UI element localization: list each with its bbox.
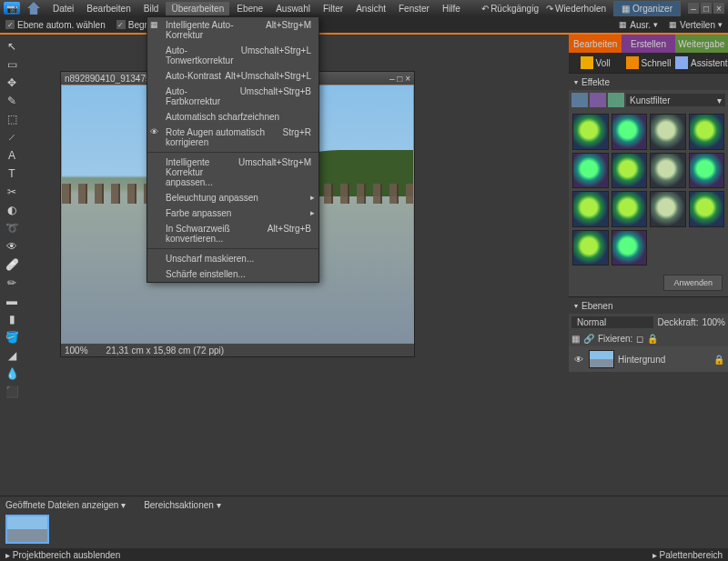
- layers-panel-header[interactable]: Ebenen: [569, 297, 728, 314]
- lock-icon[interactable]: ▦: [571, 334, 580, 344]
- tool-10[interactable]: ➰: [4, 220, 20, 236]
- show-open-files[interactable]: Geöffnete Dateien anzeigen ▾: [5, 500, 126, 510]
- menu-item[interactable]: Schärfe einstellen...: [147, 266, 318, 282]
- menu-item[interactable]: Intelligente Auto-KorrekturAlt+Strg+M▦: [147, 17, 318, 43]
- menu-bild[interactable]: Bild: [138, 2, 165, 15]
- effect-thumb[interactable]: [572, 191, 609, 227]
- fx-category-2[interactable]: [590, 93, 606, 107]
- effect-thumb[interactable]: [650, 191, 686, 227]
- redo-button[interactable]: ↷Wiederholen: [546, 4, 606, 14]
- menu-bearbeiten[interactable]: Bearbeiten: [81, 2, 136, 15]
- menu-item[interactable]: Beleuchtung anpassen: [147, 190, 318, 205]
- tool-16[interactable]: 🪣: [4, 329, 20, 346]
- home-icon[interactable]: [27, 2, 40, 15]
- menu-item[interactable]: Unscharf maskieren...: [147, 251, 318, 266]
- mode-schnell[interactable]: Schnell: [622, 53, 674, 73]
- minimize-button[interactable]: –: [688, 3, 699, 14]
- project-thumbnail[interactable]: [5, 515, 49, 544]
- tab-weitergabe[interactable]: Weitergabe: [675, 35, 728, 53]
- tool-4[interactable]: ⬚: [4, 111, 20, 127]
- tool-19[interactable]: ⬛: [4, 384, 20, 400]
- palette-bin[interactable]: ▸ Palettenbereich: [652, 550, 723, 560]
- menu-item[interactable]: Intelligente Korrektur anpassen...Umscha…: [147, 155, 318, 190]
- undo-button[interactable]: ↶Rückgängig: [481, 4, 539, 14]
- lock-icon: 🔒: [713, 355, 724, 365]
- visibility-toggle[interactable]: 👁: [572, 353, 585, 366]
- document-dimensions: 21,31 cm x 15,98 cm (72 ppi): [106, 346, 225, 356]
- tool-0[interactable]: ↖: [4, 38, 20, 55]
- menu-filter[interactable]: Filter: [318, 2, 349, 15]
- effect-thumb[interactable]: [612, 153, 648, 189]
- bin-actions[interactable]: Bereichsaktionen ▾: [144, 500, 221, 510]
- menu-item[interactable]: Auto-KontrastAlt+Umschalt+Strg+L: [147, 68, 318, 84]
- menu-item[interactable]: Auto-FarbkorrekturUmschalt+Strg+B: [147, 84, 318, 109]
- effect-thumb[interactable]: [612, 114, 648, 150]
- align-dropdown[interactable]: ▦ Ausr. ▾: [619, 20, 658, 30]
- mode-assistent[interactable]: Assistent: [675, 53, 728, 73]
- effect-thumb[interactable]: [689, 191, 725, 227]
- tool-1[interactable]: ▭: [4, 56, 20, 73]
- effects-panel-header[interactable]: Effekte: [569, 74, 728, 90]
- close-button[interactable]: ×: [713, 3, 724, 14]
- menu-item[interactable]: Rote Augen automatisch korrigierenStrg+R…: [147, 125, 318, 150]
- tool-6[interactable]: A: [4, 147, 20, 164]
- menu-ansicht[interactable]: Ansicht: [350, 2, 391, 15]
- menu-item[interactable]: Farbe anpassen: [147, 205, 318, 221]
- maximize-button[interactable]: □: [701, 3, 712, 14]
- menu-datei[interactable]: Datei: [47, 2, 79, 15]
- tab-erstellen[interactable]: Erstellen: [622, 35, 674, 53]
- effect-thumb[interactable]: [650, 153, 686, 189]
- menu-fenster[interactable]: Fenster: [393, 2, 435, 15]
- tool-9[interactable]: ◐: [4, 202, 20, 218]
- fx-category-1[interactable]: [571, 93, 588, 107]
- tool-15[interactable]: ▮: [4, 311, 20, 327]
- menu-item[interactable]: Automatisch scharfzeichnen: [147, 109, 318, 125]
- tool-17[interactable]: ◢: [4, 347, 20, 364]
- layer-name[interactable]: Hintergrund: [618, 355, 665, 365]
- doc-maximize-button[interactable]: □: [397, 74, 402, 84]
- menu-hilfe[interactable]: Hilfe: [437, 2, 466, 15]
- auto-select-layer-checkbox[interactable]: ✓Ebene autom. wählen: [5, 20, 106, 30]
- organizer-button[interactable]: ▦Organizer: [613, 1, 681, 16]
- undo-icon: ↶: [481, 4, 489, 14]
- effect-thumb[interactable]: [689, 114, 725, 150]
- effect-thumb[interactable]: [612, 191, 648, 227]
- tool-3[interactable]: ✎: [4, 93, 20, 109]
- layer-row-background[interactable]: 👁 Hintergrund 🔒: [569, 346, 728, 372]
- menu-auswahl[interactable]: Auswahl: [270, 2, 316, 15]
- hide-project-bin[interactable]: ▸ Projektbereich ausblenden: [5, 550, 120, 560]
- tool-14[interactable]: ▬: [4, 293, 20, 309]
- tool-12[interactable]: 🩹: [4, 256, 20, 273]
- effect-thumb[interactable]: [650, 114, 686, 150]
- fx-filter-select[interactable]: Kunstfilter▾: [626, 94, 725, 106]
- distribute-dropdown[interactable]: ▦ Verteilen ▾: [669, 20, 723, 30]
- tool-2[interactable]: ✥: [4, 75, 20, 91]
- lock-all-icon[interactable]: 🔒: [647, 334, 658, 344]
- menu-ebene[interactable]: Ebene: [231, 2, 268, 15]
- tab-bearbeiten[interactable]: Bearbeiten: [569, 35, 622, 53]
- link-icon[interactable]: 🔗: [583, 334, 594, 344]
- effect-thumb[interactable]: [612, 230, 648, 266]
- fx-category-3[interactable]: [608, 93, 624, 107]
- blend-mode-select[interactable]: Normal: [571, 316, 653, 328]
- tool-13[interactable]: ✏: [4, 275, 20, 291]
- menu-item[interactable]: In Schwarzweiß konvertieren...Alt+Strg+B: [147, 221, 318, 246]
- doc-minimize-button[interactable]: –: [389, 74, 395, 84]
- tool-18[interactable]: 💧: [4, 366, 20, 382]
- tool-11[interactable]: 👁: [4, 238, 20, 255]
- tool-7[interactable]: T: [4, 165, 20, 182]
- effect-thumb[interactable]: [689, 153, 725, 189]
- effect-thumb[interactable]: [572, 230, 609, 266]
- zoom-level[interactable]: 100%: [65, 346, 88, 356]
- lock-pixels-icon[interactable]: ◻: [636, 334, 643, 344]
- effect-thumb[interactable]: [572, 153, 609, 189]
- doc-close-button[interactable]: ×: [405, 74, 410, 84]
- menu-item[interactable]: Auto-TonwertkorrekturUmschalt+Strg+L: [147, 43, 318, 68]
- tool-5[interactable]: ⟋: [4, 129, 20, 145]
- effect-thumb[interactable]: [572, 114, 609, 150]
- mode-voll[interactable]: Voll: [569, 53, 622, 73]
- apply-button[interactable]: Anwenden: [663, 275, 723, 291]
- opacity-value[interactable]: 100%: [702, 317, 725, 327]
- tool-8[interactable]: ✂: [4, 184, 20, 200]
- menu-ueberarbeiten[interactable]: Überarbeiten: [166, 2, 229, 15]
